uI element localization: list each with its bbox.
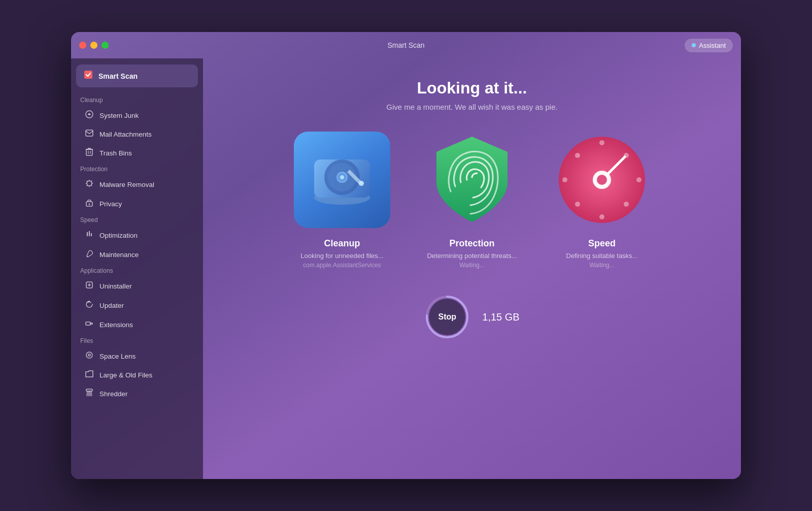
speed-card-title: Speed [588, 238, 616, 249]
assistant-label: Assistant [699, 42, 726, 49]
sidebar-item-extensions[interactable]: Extensions [75, 315, 199, 334]
size-label: 1,15 GB [482, 311, 519, 323]
cleanup-card-title: Cleanup [324, 238, 360, 249]
assistant-button[interactable]: Assistant [685, 39, 733, 52]
sidebar-item-large-old-files[interactable]: Large & Old Files [75, 366, 199, 384]
content-subtitle: Give me a moment. We all wish it was eas… [386, 103, 557, 111]
maintenance-icon [84, 249, 94, 260]
svg-point-26 [562, 177, 567, 182]
uninstaller-label: Uninstaller [99, 282, 132, 290]
svg-point-25 [599, 214, 604, 219]
malware-removal-label: Malware Removal [99, 181, 154, 188]
svg-point-21 [340, 175, 344, 179]
maintenance-label: Maintenance [99, 251, 139, 259]
space-lens-icon [84, 351, 94, 361]
speed-card-sub-status: Waiting... [589, 262, 615, 269]
speed-card-status: Defining suitable tasks... [566, 252, 638, 260]
mail-icon [84, 130, 94, 139]
svg-point-24 [599, 140, 604, 145]
stop-button[interactable]: Stop [429, 299, 465, 335]
sidebar-item-space-lens[interactable]: Space Lens [75, 346, 199, 366]
protection-card-title: Protection [449, 238, 494, 249]
space-lens-label: Space Lens [99, 353, 136, 360]
protection-card-icon [426, 132, 518, 228]
sidebar-item-malware-removal[interactable]: Malware Removal [75, 175, 199, 194]
sidebar-section-cleanup: Cleanup [71, 93, 203, 106]
sidebar-section-speed: Speed [71, 213, 203, 226]
svg-point-30 [575, 153, 580, 158]
svg-point-14 [88, 354, 90, 356]
extensions-icon [84, 320, 94, 330]
title-bar: Smart Scan Assistant [71, 32, 741, 58]
smart-scan-label: Smart Scan [98, 72, 138, 80]
minimize-button[interactable] [90, 42, 97, 49]
smart-scan-icon [83, 70, 93, 82]
svg-point-31 [624, 202, 629, 207]
malware-icon [84, 179, 94, 189]
system-junk-label: System Junk [99, 112, 139, 119]
svg-point-6 [89, 204, 90, 205]
traffic-lights [79, 42, 109, 49]
optimization-icon [84, 230, 94, 240]
sidebar-item-trash-bins[interactable]: Trash Bins [75, 143, 199, 163]
sidebar-item-privacy[interactable]: Privacy [75, 194, 199, 213]
svg-rect-15 [86, 389, 92, 391]
trash-bins-label: Trash Bins [99, 149, 132, 157]
stop-button-wrap: Stop [424, 294, 470, 340]
svg-rect-3 [86, 149, 92, 155]
sidebar-item-optimization[interactable]: Optimization [75, 226, 199, 245]
svg-point-34 [597, 175, 607, 185]
close-button[interactable] [79, 42, 86, 49]
large-old-files-label: Large & Old Files [99, 371, 152, 379]
sidebar-item-uninstaller[interactable]: Uninstaller [75, 276, 199, 296]
mail-attachments-label: Mail Attachments [99, 131, 152, 138]
svg-point-29 [575, 202, 580, 207]
content-area: Looking at it... Give me a moment. We al… [203, 58, 741, 479]
app-window: Smart Scan Assistant Smart Scan Cleanup [71, 32, 741, 479]
updater-label: Updater [99, 302, 124, 309]
card-speed: Speed Defining suitable tasks... Waiting… [546, 132, 658, 269]
protection-card-status: Determining potential threats... [427, 252, 517, 260]
sidebar-section-protection: Protection [71, 163, 203, 175]
stop-area: Stop 1,15 GB [424, 294, 519, 340]
svg-rect-2 [86, 130, 93, 136]
speed-card-icon [554, 132, 650, 228]
shredder-label: Shredder [99, 390, 128, 398]
sidebar-section-files: Files [71, 334, 203, 346]
sidebar-item-smart-scan[interactable]: Smart Scan [76, 65, 198, 87]
sidebar-item-system-junk[interactable]: System Junk [75, 106, 199, 125]
svg-point-13 [86, 352, 92, 358]
trash-icon [84, 148, 94, 158]
svg-point-27 [636, 177, 641, 182]
privacy-icon [84, 199, 94, 209]
sidebar-section-applications: Applications [71, 264, 203, 276]
sidebar: Smart Scan Cleanup System Junk Mail Atta… [71, 58, 203, 479]
cleanup-card-status: Looking for unneeded files... [300, 252, 383, 260]
main-layout: Smart Scan Cleanup System Junk Mail Atta… [71, 58, 741, 479]
sidebar-item-mail-attachments[interactable]: Mail Attachments [75, 125, 199, 143]
optimization-label: Optimization [99, 232, 138, 239]
svg-point-10 [87, 256, 88, 257]
maximize-button[interactable] [101, 42, 109, 49]
cleanup-card-sub-status: com.apple.AssistantServices [303, 262, 381, 269]
assistant-dot [692, 43, 696, 47]
card-cleanup: Cleanup Looking for unneeded files... co… [286, 132, 398, 269]
sidebar-item-shredder[interactable]: Shredder [75, 384, 199, 403]
sidebar-item-maintenance[interactable]: Maintenance [75, 245, 199, 264]
uninstaller-icon [84, 281, 94, 291]
cards-row: Cleanup Looking for unneeded files... co… [286, 132, 658, 269]
card-protection: Protection Determining potential threats… [416, 132, 528, 269]
shredder-icon [84, 389, 94, 399]
window-title: Smart Scan [387, 41, 424, 49]
privacy-label: Privacy [99, 200, 122, 208]
extensions-label: Extensions [99, 321, 133, 329]
sidebar-item-updater[interactable]: Updater [75, 296, 199, 315]
content-title: Looking at it... [417, 79, 527, 98]
folder-icon [84, 370, 94, 379]
svg-rect-0 [84, 71, 92, 79]
system-junk-icon [84, 110, 94, 120]
svg-point-22 [359, 181, 364, 186]
cleanup-card-icon [294, 132, 390, 228]
svg-rect-12 [86, 322, 90, 325]
protection-card-sub-status: Waiting... [459, 262, 485, 269]
